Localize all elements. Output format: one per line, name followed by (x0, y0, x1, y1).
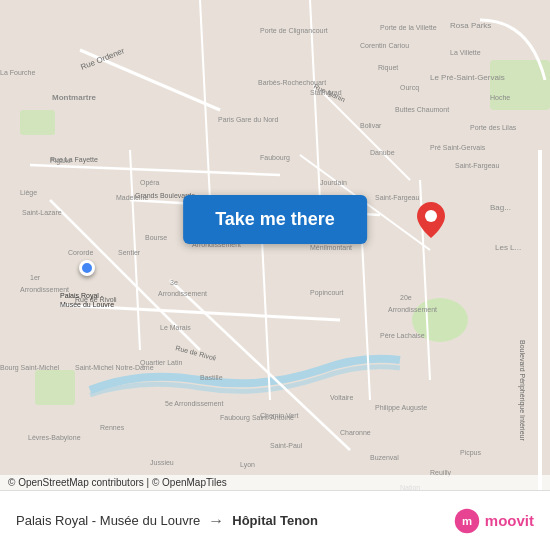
svg-text:Porte des Lilas: Porte des Lilas (470, 124, 517, 131)
svg-text:Hoche: Hoche (490, 94, 510, 101)
svg-text:Bag...: Bag... (490, 203, 511, 212)
svg-text:Jussieu: Jussieu (150, 459, 174, 466)
origin-marker (79, 260, 95, 276)
svg-text:1er: 1er (30, 274, 41, 281)
svg-text:Voltaire: Voltaire (330, 394, 353, 401)
svg-text:Barbès-Rochechouart: Barbès-Rochechouart (258, 79, 326, 86)
svg-text:Porte de Clignancourt: Porte de Clignancourt (260, 27, 328, 35)
svg-text:Père Lachaise: Père Lachaise (380, 332, 425, 339)
svg-text:Buttes Chaumont: Buttes Chaumont (395, 106, 449, 113)
map-background: Rue Ordener Rue La Fayette Grands Boulev… (0, 0, 550, 490)
svg-text:Faubourg Saint-Antoine: Faubourg Saint-Antoine (220, 414, 294, 422)
svg-text:Palais Royal -: Palais Royal - (60, 292, 104, 300)
svg-text:Liège: Liège (20, 189, 37, 197)
svg-text:Bourg Saint-Michel: Bourg Saint-Michel (0, 364, 60, 372)
svg-text:Ourcq: Ourcq (400, 84, 419, 92)
svg-text:Les L...: Les L... (495, 243, 521, 252)
svg-text:Picpus: Picpus (460, 449, 482, 457)
svg-point-95 (425, 210, 437, 222)
svg-text:Corentin Cariou: Corentin Cariou (360, 42, 409, 49)
svg-text:Paris Gare du Nord: Paris Gare du Nord (218, 116, 278, 123)
svg-text:Montmartre: Montmartre (52, 93, 97, 102)
svg-text:3e: 3e (170, 279, 178, 286)
svg-text:Philippe Auguste: Philippe Auguste (375, 404, 427, 412)
svg-text:Sentier: Sentier (118, 249, 141, 256)
svg-text:Porte de la Villette: Porte de la Villette (380, 24, 437, 31)
svg-text:Arrondissement: Arrondissement (388, 306, 437, 313)
svg-text:Charonne: Charonne (340, 429, 371, 436)
destination-marker (417, 202, 445, 242)
svg-text:Bolivar: Bolivar (360, 122, 382, 129)
svg-text:Cororde: Cororde (68, 249, 93, 256)
svg-text:Jourdain: Jourdain (320, 179, 347, 186)
svg-text:La Villette: La Villette (450, 49, 481, 56)
moovit-icon: m (453, 507, 481, 535)
arrow-icon: → (208, 512, 224, 530)
svg-text:Ménilmontant: Ménilmontant (310, 244, 352, 251)
moovit-logo: m moovit (453, 507, 534, 535)
svg-text:Saint-Fargeau: Saint-Fargeau (455, 162, 499, 170)
svg-text:Madeleine: Madeleine (116, 194, 148, 201)
destination-label: Hôpital Tenon (232, 513, 318, 528)
svg-text:Saint-Fargeau: Saint-Fargeau (375, 194, 419, 202)
svg-rect-4 (35, 370, 75, 405)
svg-text:Saint-Lazare: Saint-Lazare (22, 209, 62, 216)
svg-text:Le Pré-Saint-Gervais: Le Pré-Saint-Gervais (430, 73, 505, 82)
svg-text:Stalingrad: Stalingrad (310, 89, 342, 97)
svg-text:Musée du Louvre: Musée du Louvre (60, 301, 114, 308)
map-container: Rue Ordener Rue La Fayette Grands Boulev… (0, 0, 550, 490)
take-me-there-button[interactable]: Take me there (183, 195, 367, 244)
svg-text:m: m (462, 515, 472, 527)
svg-text:La Fourche: La Fourche (0, 69, 36, 76)
svg-text:Saint-Paul: Saint-Paul (270, 442, 303, 449)
svg-text:Rennes: Rennes (100, 424, 125, 431)
map-attribution: © OpenStreetMap contributors | © OpenMap… (0, 475, 550, 490)
svg-text:Pigalle: Pigalle (50, 157, 71, 165)
svg-text:Lèvres-Babylone: Lèvres-Babylone (28, 434, 81, 442)
svg-text:Saint-Michel Notre-Dame: Saint-Michel Notre-Dame (75, 364, 154, 371)
svg-text:Pré Saint-Gervais: Pré Saint-Gervais (430, 144, 486, 151)
svg-text:Buzenval: Buzenval (370, 454, 399, 461)
svg-text:Popincourt: Popincourt (310, 289, 344, 297)
svg-text:Opéra: Opéra (140, 179, 160, 187)
svg-text:Boulevard Périphérique Intérie: Boulevard Périphérique Intérieur (518, 340, 526, 441)
svg-text:Danube: Danube (370, 149, 395, 156)
svg-text:Le Marais: Le Marais (160, 324, 191, 331)
origin-label: Palais Royal - Musée du Louvre (16, 513, 200, 528)
svg-text:Bastille: Bastille (200, 374, 223, 381)
svg-text:Bourse: Bourse (145, 234, 167, 241)
svg-text:5e Arrondissement: 5e Arrondissement (165, 400, 223, 407)
svg-text:Lyon: Lyon (240, 461, 255, 469)
svg-text:Riquet: Riquet (378, 64, 398, 72)
attribution-text: © OpenStreetMap contributors | © OpenMap… (8, 477, 227, 488)
svg-text:20e: 20e (400, 294, 412, 301)
bottom-bar: Palais Royal - Musée du Louvre → Hôpital… (0, 490, 550, 550)
moovit-brand-label: moovit (485, 512, 534, 529)
svg-rect-3 (20, 110, 55, 135)
svg-text:Faubourg: Faubourg (260, 154, 290, 162)
svg-text:Rosa Parks: Rosa Parks (450, 21, 491, 30)
svg-text:Arrondissement: Arrondissement (158, 290, 207, 297)
route-info: Palais Royal - Musée du Louvre → Hôpital… (16, 512, 453, 530)
